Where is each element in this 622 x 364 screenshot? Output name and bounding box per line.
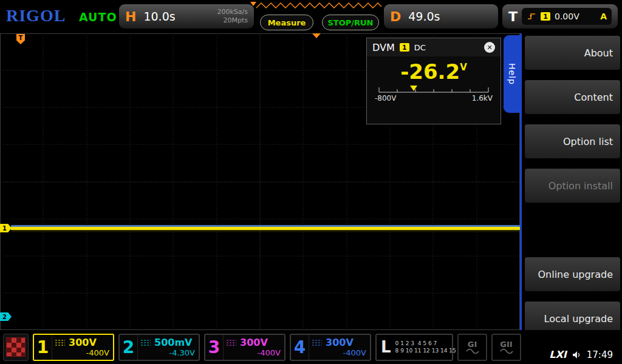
- dvm-scale-max: 1.6kV: [472, 94, 493, 103]
- channel-scale: 300V: [326, 337, 354, 348]
- channel-2-status[interactable]: 2 500mV -4.30V: [118, 334, 200, 361]
- oscilloscope-screen: RIGOL AUTO H 10.0s 200kSa/s 20Mpts Measu…: [0, 0, 622, 364]
- trigger-info: 1 0.00V A: [522, 8, 612, 25]
- logic-channel-numbers: 0 1 2 3 4 5 6 7 8 9 10 11 12 13 14 15: [395, 341, 456, 354]
- channel-1-status[interactable]: 1 300V -400V: [33, 334, 114, 361]
- dvm-popup: DVM 1 DC ✕ -26.2 V -800V 1.6kV: [366, 38, 501, 124]
- rigol-logo: RIGOL: [6, 6, 66, 25]
- measure-button[interactable]: Measure: [260, 15, 313, 30]
- channel-number: 3: [205, 335, 224, 360]
- trigger-level-value: 0.00V: [555, 12, 596, 21]
- sine-wave-icon: [500, 348, 513, 354]
- menu-item-about[interactable]: About: [525, 36, 620, 70]
- dvm-header[interactable]: DVM 1 DC ✕: [367, 38, 501, 56]
- horizontal-label: H: [125, 9, 136, 24]
- logic-label: L: [381, 338, 391, 356]
- dvm-scale-min: -800V: [375, 94, 396, 103]
- generator-1-button[interactable]: GI: [457, 334, 487, 361]
- channel-number: 1: [34, 335, 52, 360]
- delay-value: 49.0s: [408, 10, 492, 23]
- trigger-slope-icon: [527, 12, 536, 21]
- dvm-title: DVM: [372, 42, 395, 53]
- channel-offset: -400V: [312, 348, 366, 357]
- sine-wave-icon: [466, 348, 479, 354]
- channel-number: 2: [120, 335, 138, 360]
- channel-scale: 300V: [240, 337, 268, 348]
- dvm-scale-bar: [378, 84, 489, 94]
- delay-panel[interactable]: D 49.0s: [384, 4, 498, 29]
- display-grid-button[interactable]: [3, 334, 29, 361]
- menu-item-content[interactable]: Content: [525, 80, 620, 114]
- menu-item-online-upgrade[interactable]: Online upgrade: [525, 257, 620, 291]
- help-menu-sidebar: Help About Content Option list Option in…: [520, 33, 622, 330]
- dvm-value: -26.2: [400, 61, 460, 82]
- horizontal-timebase-panel[interactable]: H 10.0s 200kSa/s 20Mpts: [119, 4, 254, 29]
- trigger-source-badge: 1: [541, 12, 550, 21]
- channel-4-status[interactable]: 4 300V -400V: [290, 334, 371, 361]
- sample-rate: 200kSa/s: [217, 8, 248, 16]
- menu-item-option-install[interactable]: Option install: [525, 169, 620, 203]
- help-menu-tab[interactable]: Help: [504, 35, 520, 113]
- channel-number: 4: [291, 335, 309, 360]
- clock: 17:49: [587, 349, 613, 360]
- channel-waveform-icon: [55, 339, 66, 346]
- delay-label: D: [390, 9, 401, 24]
- trigger-position-marker[interactable]: [312, 33, 321, 38]
- trigger-panel[interactable]: T 1 0.00V A: [502, 4, 618, 29]
- dvm-scale-labels: -800V 1.6kV: [367, 94, 501, 103]
- trigger-coupling: A: [600, 12, 607, 21]
- channel-offset: -4.30V: [140, 348, 195, 357]
- channel-scale: 500mV: [154, 337, 192, 348]
- generator-1-label: GI: [468, 340, 477, 348]
- timebase-value: 10.0s: [143, 10, 217, 23]
- trigger-status-auto: AUTO: [79, 10, 117, 24]
- trigger-label: T: [508, 9, 518, 24]
- memory-waveform-icon: [248, 1, 383, 10]
- bottom-channel-bar: 1 300V -400V 2: [0, 330, 622, 364]
- generator-2-label: GII: [500, 340, 512, 348]
- channel-waveform-icon: [140, 339, 151, 346]
- help-menu-tab-label: Help: [507, 63, 517, 85]
- memory-depth: 20Mpts: [223, 16, 248, 24]
- channel-offset: -400V: [226, 348, 281, 357]
- channel-waveform-icon: [226, 339, 237, 346]
- stop-run-button[interactable]: STOP/RUN: [322, 15, 379, 30]
- menu-item-option-list[interactable]: Option list: [525, 124, 620, 158]
- logic-channels-status[interactable]: L 0 1 2 3 4 5 6 7 8 9 10 11 12 13 14 15: [375, 334, 453, 361]
- channel-1-trace: [11, 227, 520, 230]
- dvm-source-badge: 1: [400, 43, 409, 52]
- dvm-unit: V: [460, 62, 467, 73]
- acquisition-stats: 200kSa/s 20Mpts: [217, 8, 248, 25]
- logic-row-2: 8 9 10 11 12 13 14 15: [395, 348, 456, 354]
- dvm-reading: -26.2 V: [367, 61, 501, 82]
- dvm-mode: DC: [414, 43, 426, 52]
- top-status-bar: RIGOL AUTO H 10.0s 200kSa/s 20Mpts Measu…: [0, 0, 622, 33]
- lxi-logo: LXI: [549, 349, 566, 360]
- logic-row-1: 0 1 2 3 4 5 6 7: [395, 341, 456, 346]
- channel-scale: 300V: [69, 337, 97, 348]
- speaker-icon[interactable]: [572, 351, 581, 359]
- grid-pattern-icon: [6, 337, 26, 357]
- close-icon[interactable]: ✕: [484, 42, 495, 53]
- generator-2-button[interactable]: GII: [491, 334, 521, 361]
- channel-3-status[interactable]: 3 300V -400V: [204, 334, 285, 361]
- channel-offset: -400V: [55, 348, 109, 357]
- channel-waveform-icon: [312, 339, 323, 346]
- status-indicators: LXI 17:49: [549, 349, 619, 360]
